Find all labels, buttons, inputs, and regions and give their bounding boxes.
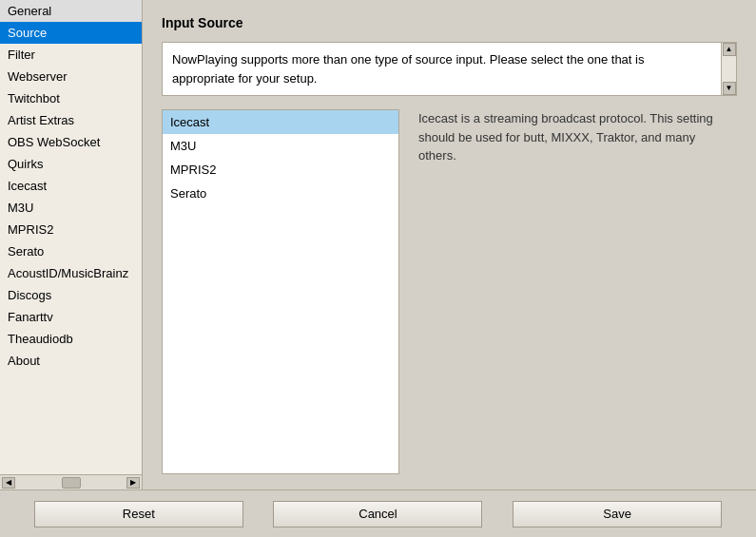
description-scrollbar: ▲ ▼ — [721, 43, 736, 95]
sidebar-item-source[interactable]: Source — [0, 22, 142, 44]
source-description: Icecast is a streaming broadcast protoco… — [415, 109, 737, 474]
sidebar-list: GeneralSourceFilterWebserverTwitchbotArt… — [0, 0, 142, 474]
sidebar-item-icecast[interactable]: Icecast — [0, 175, 142, 197]
reset-button[interactable]: Reset — [34, 501, 243, 527]
sidebar-item-webserver[interactable]: Webserver — [0, 66, 142, 87]
sidebar-item-artist-extras[interactable]: Artist Extras — [0, 109, 142, 131]
source-item-mpris2[interactable]: MPRIS2 — [163, 158, 398, 182]
source-item-icecast[interactable]: Icecast — [163, 110, 398, 134]
sidebar-item-discogs[interactable]: Discogs — [0, 284, 142, 306]
scroll-left-arrow[interactable]: ◀ — [2, 477, 15, 489]
footer: Reset Cancel Save — [0, 489, 756, 537]
sidebar-item-general[interactable]: General — [0, 0, 142, 22]
sidebar-scrollbar[interactable]: ◀ ▶ — [0, 474, 142, 489]
content-title: Input Source — [162, 15, 737, 30]
sidebar-item-about[interactable]: About — [0, 350, 142, 372]
two-column-layout: IcecastM3UMPRIS2Serato Icecast is a stre… — [162, 109, 737, 474]
description-text: NowPlaying supports more than one type o… — [172, 50, 727, 87]
save-button[interactable]: Save — [513, 501, 722, 527]
source-list: IcecastM3UMPRIS2Serato — [163, 110, 398, 205]
scroll-right-arrow[interactable]: ▶ — [126, 477, 140, 489]
sidebar-item-mpris2[interactable]: MPRIS2 — [0, 219, 142, 240]
sidebar-item-acoustidmusicbrainz[interactable]: AcoustID/MusicBrainz — [0, 262, 142, 284]
sidebar-item-twitchbot[interactable]: Twitchbot — [0, 87, 142, 109]
cancel-button[interactable]: Cancel — [273, 501, 482, 527]
source-item-serato[interactable]: Serato — [163, 182, 398, 205]
source-list-container: IcecastM3UMPRIS2Serato — [162, 109, 399, 474]
source-item-m3u[interactable]: M3U — [163, 134, 398, 158]
sidebar-item-fanarttv[interactable]: Fanarttv — [0, 306, 142, 328]
desc-scroll-up[interactable]: ▲ — [723, 43, 736, 56]
sidebar-item-theaudiodb[interactable]: Theaudiodb — [0, 328, 142, 350]
desc-scroll-down[interactable]: ▼ — [723, 82, 736, 95]
sidebar-item-m3u[interactable]: M3U — [0, 197, 142, 219]
sidebar-item-obs-websocket[interactable]: OBS WebSocket — [0, 131, 142, 153]
sidebar-item-serato[interactable]: Serato — [0, 240, 142, 262]
sidebar-item-filter[interactable]: Filter — [0, 44, 142, 66]
description-box: NowPlaying supports more than one type o… — [162, 42, 737, 96]
sidebar-item-quirks[interactable]: Quirks — [0, 153, 142, 175]
scrollbar-thumb[interactable] — [62, 477, 81, 489]
content-area: Input Source NowPlaying supports more th… — [143, 0, 756, 489]
sidebar: GeneralSourceFilterWebserverTwitchbotArt… — [0, 0, 143, 489]
